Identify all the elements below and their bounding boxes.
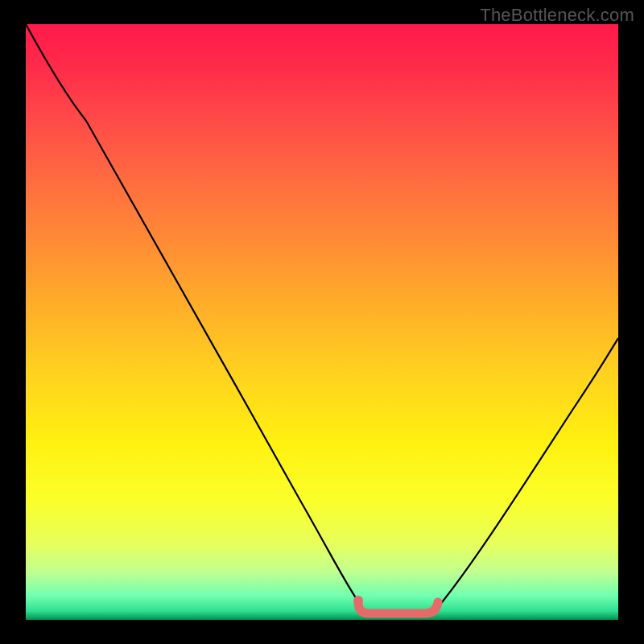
curve-path — [26, 24, 618, 613]
watermark-text: TheBottleneck.com — [480, 5, 634, 26]
bottleneck-curve — [26, 24, 618, 620]
chart-plot-area — [26, 24, 618, 620]
optimal-flat-region — [358, 602, 438, 613]
optimal-region-start-marker — [353, 596, 363, 605]
